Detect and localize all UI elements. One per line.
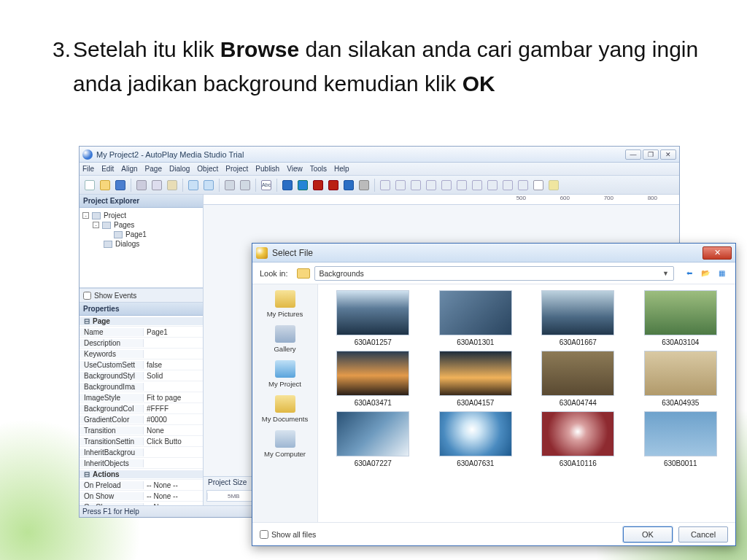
toolbar-new-button[interactable] [82,178,97,192]
toolbar-open-button[interactable] [98,178,112,192]
minimize-button[interactable]: — [625,149,641,160]
ok-button[interactable]: OK [623,526,673,542]
file-thumb[interactable]: 630B0011 [633,411,729,467]
show-all-files-checkbox[interactable] [260,530,268,539]
property-section[interactable]: Page [80,317,203,325]
toolbar-build-button[interactable] [222,178,237,192]
toolbar-abc-button[interactable]: Abc [259,178,274,192]
place-my-project[interactable]: My Project [252,360,317,388]
property-row[interactable]: BackgroundIma [80,381,203,392]
toolbar-align-r-button[interactable] [409,178,423,192]
property-row[interactable]: GradientColor#0000 [80,414,203,425]
tree-item-project[interactable]: -Project [82,211,200,220]
thumbnail-image [644,411,717,456]
menu-align[interactable]: Align [121,165,137,173]
toolbar-globe-button[interactable] [280,178,295,192]
toolbar-cut-button[interactable] [134,178,149,192]
toolbar-preview-button[interactable] [238,178,252,192]
menu-view[interactable]: View [287,165,303,173]
file-thumb[interactable]: 630A01257 [325,290,421,346]
property-row[interactable]: Keywords [80,349,203,359]
menu-page[interactable]: Page [145,165,162,173]
property-row[interactable]: On Close-- None -- [80,502,203,505]
views-icon[interactable]: ▦ [715,267,728,280]
toolbar-paste-button[interactable] [165,178,179,192]
tree-item-dialogs[interactable]: Dialogs [82,239,200,249]
toolbar-dist-h-button[interactable] [470,178,484,192]
up-icon[interactable]: 📂 [699,267,712,280]
toolbar-align-c-button[interactable] [393,178,408,192]
tree-expand-icon[interactable]: - [82,212,89,219]
property-row[interactable]: TransitionNone [80,425,203,436]
toolbar-align-b-button[interactable] [454,178,469,192]
toolbar-align-m-button[interactable] [439,178,454,192]
toolbar-copy-button[interactable] [150,178,164,192]
back-icon[interactable]: ⬅ [683,267,696,280]
file-thumb[interactable]: 630A04935 [633,351,729,407]
align-b-icon [457,180,467,190]
place-my-computer[interactable]: My Computer [252,430,317,458]
lookin-dropdown[interactable]: Backgrounds ▼ [314,266,674,281]
toolbar-save-button[interactable] [113,178,128,192]
toolbar-align-t-button[interactable] [424,178,438,192]
file-thumb[interactable]: 630A07227 [325,411,421,467]
toolbar-align-l-button[interactable] [378,178,392,192]
menu-edit[interactable]: Edit [101,165,114,173]
property-row[interactable]: NamePage1 [80,327,203,338]
file-thumb[interactable]: 630A01301 [428,290,524,346]
toolbar-void-button[interactable] [357,178,371,192]
tree-item-page1[interactable]: Page1 [82,230,200,239]
menu-tools[interactable]: Tools [310,165,327,173]
menu-object[interactable]: Object [197,165,218,173]
property-row[interactable]: ImageStyleFit to page [80,392,203,403]
place-my-documents[interactable]: My Documents [252,395,317,423]
property-row[interactable]: UseCustomSettfalse [80,359,203,370]
property-row[interactable]: BackgroundStylSolid [80,370,203,381]
place-gallery[interactable]: Gallery [252,325,317,353]
property-row[interactable]: BackgroundCol#FFFF [80,403,203,414]
file-thumb[interactable]: 630A10116 [530,411,626,467]
toolbar-dist-v-button[interactable] [485,178,500,192]
property-row[interactable]: On Preload-- None -- [80,480,203,491]
show-events-checkbox[interactable] [83,292,91,300]
dialog-close-button[interactable]: ✕ [703,246,732,260]
close-button[interactable]: ✕ [660,149,676,160]
toolbar-pdf-button[interactable] [326,178,341,192]
toolbar-quicktime-button[interactable] [295,178,310,192]
project-tree[interactable]: -Project-PagesPage1Dialogs [80,208,203,288]
menu-file[interactable]: File [82,165,94,173]
file-thumb[interactable]: 630A04744 [530,351,626,407]
menu-publish[interactable]: Publish [255,165,279,173]
toolbar-group-button[interactable] [500,178,515,192]
paste-icon [167,180,177,190]
file-thumb[interactable]: 630A01667 [530,290,626,346]
property-row[interactable]: On Show-- None -- [80,491,203,502]
properties-grid[interactable]: PageNamePage1DescriptionKeywordsUseCusto… [80,316,203,505]
cancel-button[interactable]: Cancel [678,526,728,542]
file-thumb[interactable]: 630A03104 [633,290,729,346]
tree-item-pages[interactable]: -Pages [82,220,200,230]
property-row[interactable]: InheritObjects [80,458,203,469]
toolbar-rect-button[interactable] [531,178,546,192]
restore-button[interactable]: ❐ [643,149,659,160]
file-thumb[interactable]: 630A04157 [428,351,524,407]
tree-expand-icon[interactable]: - [93,222,99,228]
place-my-pictures[interactable]: My Pictures [252,290,317,318]
property-row[interactable]: Description [80,338,203,349]
menu-dialog[interactable]: Dialog [169,165,190,173]
toolbar-ie-button[interactable] [341,178,356,192]
toolbar-flash-button[interactable] [311,178,325,192]
dialog-titlebar[interactable]: Select File ✕ [252,244,735,262]
toolbar-redo-button[interactable] [201,178,216,192]
property-section[interactable]: Actions [80,470,203,478]
toolbar-ungroup-button[interactable] [516,178,530,192]
menu-project[interactable]: Project [225,165,248,173]
toolbar-wand-button[interactable] [546,178,561,192]
file-thumb[interactable]: 630A07631 [428,411,524,467]
toolbar-undo-button[interactable] [186,178,201,192]
file-thumb[interactable]: 630A03471 [325,351,421,407]
property-row[interactable]: InheritBackgrou [80,447,203,458]
file-name: 630A10116 [560,459,597,467]
menu-help[interactable]: Help [334,165,349,173]
property-row[interactable]: TransitionSettinClick Butto [80,436,203,447]
